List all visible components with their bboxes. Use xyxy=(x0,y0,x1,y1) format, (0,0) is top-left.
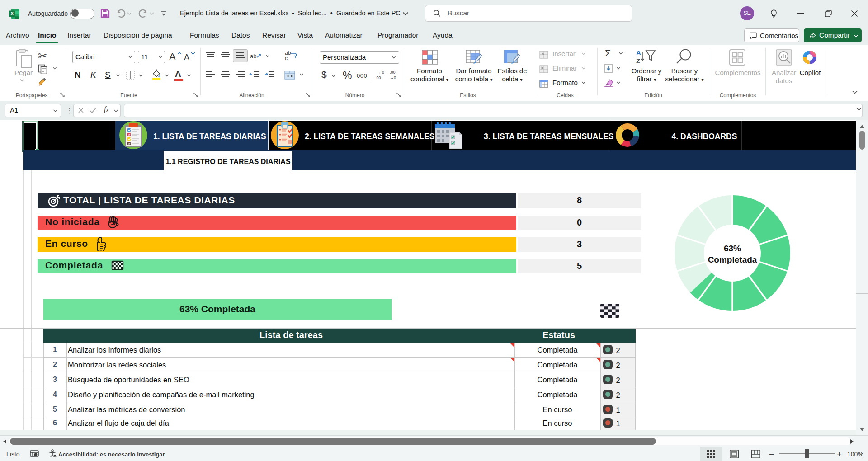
svg-text:.00: .00 xyxy=(375,75,381,80)
svg-text:X: X xyxy=(10,11,14,16)
svg-text:.00: .00 xyxy=(390,70,396,75)
svg-text:←0: ←0 xyxy=(378,70,384,75)
svg-text:A: A xyxy=(636,49,641,56)
svg-text:ab: ab xyxy=(250,53,256,60)
svg-text:→0: →0 xyxy=(390,75,396,80)
svg-text:Z: Z xyxy=(636,57,640,65)
svg-text:c: c xyxy=(285,55,288,61)
